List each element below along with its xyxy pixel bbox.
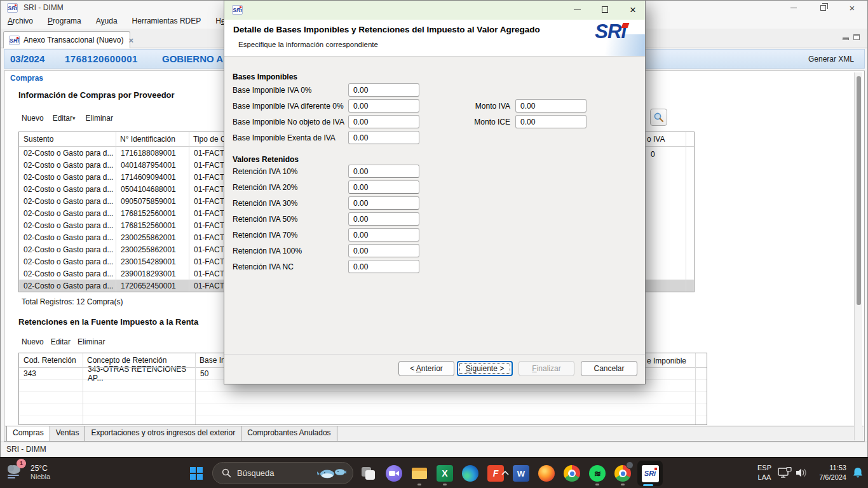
cell-sustento: 02-Costo o Gasto para d... bbox=[19, 185, 116, 194]
start-button[interactable] bbox=[186, 463, 207, 484]
base-imponible-input[interactable] bbox=[348, 83, 419, 97]
chrome-profile-button[interactable] bbox=[610, 460, 635, 487]
retencion-iva-row: Retención IVA 10% bbox=[233, 163, 419, 179]
dialog-close-icon[interactable]: × bbox=[626, 3, 640, 16]
cell-sustento: 02-Costo o Gasto para d... bbox=[19, 257, 116, 266]
anterior-button[interactable]: < Anterior bbox=[398, 361, 454, 376]
close-icon[interactable]: × bbox=[846, 2, 858, 13]
edge-button[interactable] bbox=[458, 460, 483, 487]
cell-identificacion: 2300255862001 bbox=[116, 245, 189, 254]
retencion-iva-input[interactable] bbox=[348, 212, 419, 226]
menu-item-archivo[interactable]: Archivo bbox=[6, 15, 35, 27]
base-imponible-input[interactable] bbox=[348, 99, 419, 112]
bottom-tab-compras[interactable]: Compras bbox=[6, 426, 50, 441]
search-icon bbox=[222, 468, 231, 478]
language-indicator[interactable]: ESPLAA bbox=[757, 463, 771, 482]
cell-identificacion: 1714609094001 bbox=[116, 173, 189, 182]
grid-line bbox=[83, 353, 83, 424]
view-minimize-icon[interactable] bbox=[843, 37, 849, 40]
base-imponible-input[interactable] bbox=[348, 131, 419, 144]
eliminar-button[interactable]: Eliminar bbox=[86, 114, 113, 123]
task-view-button[interactable] bbox=[356, 460, 381, 487]
bottom-tab-ventas[interactable]: Ventas bbox=[50, 426, 86, 441]
firefox-button[interactable] bbox=[534, 460, 559, 487]
menu-item-herramientas-rdep[interactable]: Herramientas RDEP bbox=[130, 15, 203, 27]
search-button[interactable] bbox=[650, 109, 667, 126]
purchases-title: Información de Compras por Proveedor bbox=[18, 90, 175, 100]
editar-button[interactable]: Editar bbox=[51, 337, 71, 346]
monto-input[interactable] bbox=[515, 99, 587, 112]
nuevo-button[interactable]: Nuevo bbox=[22, 337, 44, 346]
nuevo-button[interactable]: Nuevo bbox=[22, 114, 44, 123]
spotify-button[interactable]: ≋ bbox=[585, 460, 610, 487]
cell-identificacion: 1720652450001 bbox=[116, 281, 189, 290]
retencion-iva-input[interactable] bbox=[348, 180, 419, 194]
retencion-iva-label: Retención IVA 50% bbox=[233, 215, 348, 224]
col-concepto: Concepto de Retención bbox=[87, 356, 166, 365]
restore-icon[interactable] bbox=[817, 2, 829, 13]
editar-button[interactable]: Editar bbox=[53, 114, 72, 123]
chevron-down-icon[interactable]: ▾ bbox=[72, 115, 76, 121]
cell-sustento: 02-Costo o Gasto para d... bbox=[19, 173, 116, 182]
col-base: Base In bbox=[200, 356, 226, 365]
dialog-minimize-icon[interactable] bbox=[570, 3, 584, 16]
monto-label: Monto ICE bbox=[461, 118, 515, 126]
menu-item-programa[interactable]: Programa bbox=[46, 15, 83, 27]
base-imponible-input[interactable] bbox=[348, 115, 419, 128]
taxpayer-label: GOBIERNO A bbox=[162, 53, 223, 64]
finalizar-button[interactable]: Finalizar bbox=[519, 361, 574, 376]
cell-identificacion: 1768152560001 bbox=[116, 221, 189, 230]
retencion-iva-label: Retención IVA 100% bbox=[233, 247, 348, 255]
eliminar-button[interactable]: Eliminar bbox=[78, 337, 105, 346]
view-maximize-icon[interactable] bbox=[853, 34, 860, 40]
weather-widget[interactable]: 1 25°C Niebla bbox=[5, 461, 50, 483]
bottom-tab-exportaciones-y-otros-ingresos-del-exterior[interactable]: Exportaciones y otros ingresos del exter… bbox=[85, 426, 241, 441]
chrome-button[interactable] bbox=[559, 460, 585, 487]
network-icon[interactable] bbox=[778, 467, 792, 478]
retencion-iva-input[interactable] bbox=[348, 196, 419, 210]
monto-row: Monto ICE bbox=[461, 114, 587, 130]
retencion-iva-row: Retención IVA 70% bbox=[233, 227, 419, 243]
cell-base: 50 bbox=[195, 369, 208, 378]
vertical-scrollbar[interactable] bbox=[854, 72, 862, 440]
cell-identificacion: 1716188089001 bbox=[116, 149, 189, 158]
search-icon bbox=[653, 112, 664, 123]
cancelar-button[interactable]: Cancelar bbox=[581, 361, 637, 376]
video-call-app-button[interactable] bbox=[381, 460, 407, 487]
generar-xml-link[interactable]: Generar XML bbox=[808, 55, 854, 64]
sri-app-icon: SRi bbox=[7, 3, 18, 13]
tab-close-icon[interactable]: × bbox=[128, 36, 133, 45]
notification-bell-icon[interactable] bbox=[851, 466, 864, 479]
taskbar-search[interactable]: Búsqueda bbox=[212, 462, 353, 484]
cell-sustento: 02-Costo o Gasto para d... bbox=[19, 281, 116, 290]
retencion-iva-label: Retención IVA 70% bbox=[233, 231, 348, 240]
scrollbar-thumb[interactable] bbox=[857, 76, 861, 305]
speaker-icon[interactable] bbox=[796, 467, 808, 478]
clock[interactable]: 11:53 7/6/2024 bbox=[819, 463, 846, 482]
base-imponible-label: Base Imponible No objeto de IVA bbox=[233, 118, 348, 126]
cell-monto-iva-fragment: 0 bbox=[651, 150, 655, 159]
file-explorer-button[interactable] bbox=[407, 460, 432, 487]
dialog-body: Bases Imponibles Base Imponible IVA 0%Ba… bbox=[224, 57, 645, 355]
tab-anexo-transaccional[interactable]: SRi Anexo Transaccional (Nuevo) × bbox=[3, 31, 130, 48]
minimize-icon[interactable] bbox=[787, 2, 800, 13]
edge-icon bbox=[462, 465, 478, 482]
view-controls bbox=[843, 34, 860, 40]
running-indicator bbox=[443, 484, 447, 485]
monto-input[interactable] bbox=[515, 115, 587, 128]
word-button[interactable]: W bbox=[508, 460, 534, 487]
profile-badge bbox=[626, 461, 634, 469]
retentions-empty-rows bbox=[19, 380, 707, 425]
menubar: ArchivoProgramaAyudaHerramientas RDEPHer… bbox=[3, 15, 255, 27]
dialog-maximize-icon[interactable] bbox=[598, 3, 612, 16]
cell-identificacion: 2300255862001 bbox=[116, 233, 189, 242]
retencion-iva-input[interactable] bbox=[348, 244, 419, 257]
retencion-iva-input[interactable] bbox=[348, 260, 419, 273]
siguiente-button[interactable]: Siguiente > bbox=[457, 361, 513, 376]
chevron-up-icon[interactable] bbox=[501, 470, 510, 476]
menu-item-ayuda[interactable]: Ayuda bbox=[94, 15, 119, 27]
retencion-iva-input[interactable] bbox=[348, 165, 419, 178]
bottom-tab-comprobantes-anulados[interactable]: Comprobantes Anulados bbox=[241, 426, 337, 441]
retencion-iva-input[interactable] bbox=[348, 228, 419, 241]
excel-button[interactable]: X bbox=[432, 460, 458, 487]
